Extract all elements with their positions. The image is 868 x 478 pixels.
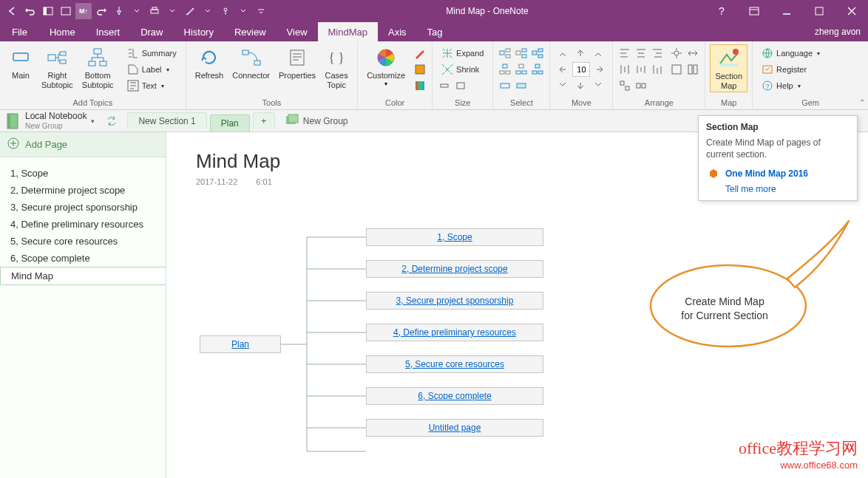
arr-7[interactable] [617,78,632,93]
back-button[interactable] [4,3,21,19]
mindmap-node-0-link[interactable]: 1, Scope [437,232,472,242]
qat-more-4[interactable] [235,3,251,19]
move-down[interactable] [572,78,589,93]
arr-2[interactable] [634,46,648,61]
refresh-button[interactable]: Refresh [191,44,228,82]
properties-button[interactable]: Properties [274,44,320,82]
casestopic-button[interactable]: { } Cases Topic [320,44,353,91]
label-button[interactable]: Label▾ [123,62,181,77]
arr-11[interactable] [669,62,684,77]
page-item-2[interactable]: 3, Secure project sponsorship [0,199,166,216]
mindmap-node-1[interactable]: 2, Determine project scope [366,260,543,278]
main-button[interactable]: Main [4,44,37,82]
touch-button[interactable] [217,3,234,19]
close-button[interactable] [835,0,868,22]
tab-history[interactable]: History [174,22,224,41]
sel-3[interactable] [530,46,545,61]
dock-button[interactable] [40,3,56,19]
tab-axis[interactable]: Axis [378,22,417,41]
size-cell-2[interactable] [453,78,468,93]
sel-1[interactable] [498,46,512,61]
arr-12[interactable] [685,62,700,77]
tab-draw[interactable]: Draw [130,22,173,41]
mindmap-node-2[interactable]: 3, Secure project sponsorship [366,292,543,310]
page-item-1[interactable]: 2, Determine project scope [0,182,166,199]
section-map-button[interactable]: Section Map [710,44,747,92]
sel-8[interactable] [514,78,529,93]
arr-6[interactable] [650,62,665,77]
move-left[interactable] [555,62,571,77]
add-section-button[interactable]: + [253,112,275,129]
page-item-4[interactable]: 5, Secure core resources [0,233,166,250]
gradient-button[interactable] [413,78,427,93]
move-up[interactable] [572,46,589,61]
arr-4[interactable] [617,62,632,77]
mindmap-node-1-link[interactable]: 2, Determine project scope [401,264,507,274]
file-tab[interactable]: File [0,22,39,41]
screentip-more-link[interactable]: Tell me more [706,184,850,194]
minimize-button[interactable] [770,0,803,22]
bg-color-button[interactable] [413,62,427,77]
sel-6[interactable] [530,62,545,77]
customize-button[interactable]: Customize ▾ [362,44,410,89]
ribbon-options-button[interactable] [738,0,770,22]
fullpage-button[interactable] [58,3,74,19]
connector-button[interactable]: Connector [228,44,274,82]
tab-view[interactable]: View [277,22,318,41]
qat-more-2[interactable] [164,3,180,19]
tab-mindmap[interactable]: MindMap [318,22,378,41]
mindmap-node-6-link[interactable]: Untitled page [429,423,481,433]
notebook-selector[interactable]: Local Notebook New Group ▾ [0,112,101,129]
arr-10[interactable] [685,46,700,61]
tab-review[interactable]: Review [224,22,277,41]
qat-more-3[interactable] [200,3,216,19]
undo-button[interactable] [22,3,38,19]
user-name[interactable]: zheng avon [807,22,868,41]
mindmap-root-link[interactable]: Plan [231,339,249,349]
arr-5[interactable] [634,62,648,77]
register-button[interactable]: Register [757,62,824,77]
arr-9[interactable] [669,46,684,61]
bottom-subtopic-button[interactable]: Bottom Subtopic [78,44,118,91]
arr-8[interactable] [634,78,648,93]
mindmap-node-4[interactable]: 5, Secure core resources [366,355,543,373]
summary-button[interactable]: Summary [123,46,181,61]
print-button[interactable] [146,3,163,19]
shrink-button[interactable]: Shrink [437,62,488,77]
sync-button[interactable] [104,113,120,129]
qat-more-1[interactable] [129,3,145,19]
sel-2[interactable] [514,46,529,61]
arr-3[interactable] [650,46,665,61]
mindmap-node-3[interactable]: 4, Define preliminary resources [366,324,543,341]
sel-4[interactable] [498,62,512,77]
mindmap-root-node[interactable]: Plan [200,335,281,353]
qat-customize[interactable] [253,3,269,19]
tab-tag[interactable]: Tag [417,22,453,41]
help-button-ribbon[interactable]: ?Help▾ [757,78,824,93]
move-right[interactable] [591,62,608,77]
tab-home[interactable]: Home [39,22,86,41]
redo-button[interactable] [93,3,109,19]
page-item-0[interactable]: 1, Scope [0,165,166,182]
arr-1[interactable] [617,46,632,61]
mindmap-node-5-link[interactable]: 6, Scope complete [418,391,491,401]
new-group-button[interactable]: New Group [285,114,348,128]
mindmap-node-6[interactable]: Untitled page [366,419,543,437]
maximize-button[interactable] [803,0,835,22]
edit-button[interactable] [182,3,198,19]
pen-color-button[interactable] [413,46,427,61]
mindmap-quick-button[interactable]: M↑ [75,3,92,19]
page-item-3[interactable]: 4, Define preliminary resources [0,216,166,233]
mindmap-node-5[interactable]: 6, Scope complete [366,387,543,405]
right-subtopic-button[interactable]: Right Subtopic [37,44,78,91]
tab-insert[interactable]: Insert [86,22,131,41]
mindmap-node-0[interactable]: 1, Scope [366,228,543,246]
section-tab-1[interactable]: Plan [210,115,250,132]
expand-button[interactable]: Expand [437,46,488,61]
page-item-5[interactable]: 6, Scope complete [0,250,166,267]
help-button[interactable]: ? [705,0,738,22]
size-cell-1[interactable] [437,78,452,93]
language-button[interactable]: Language▾ [757,46,824,61]
mindmap-node-4-link[interactable]: 5, Secure core resources [405,359,504,369]
move-right-up[interactable] [590,46,606,61]
